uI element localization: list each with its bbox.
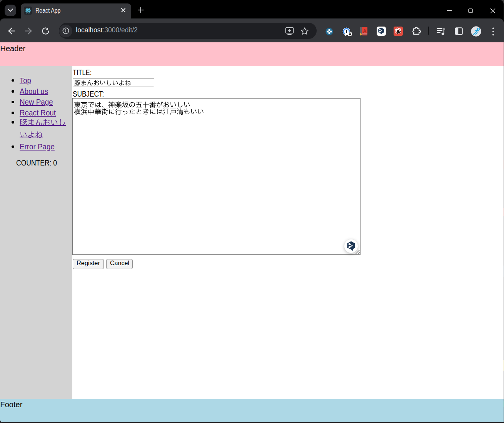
svg-text:A: A xyxy=(363,28,366,33)
